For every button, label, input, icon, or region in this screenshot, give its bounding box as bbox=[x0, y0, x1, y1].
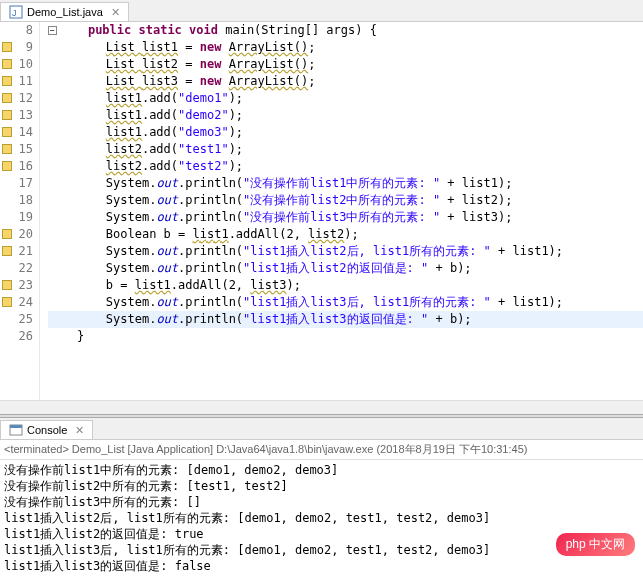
editor-scrollbar[interactable] bbox=[0, 400, 643, 414]
warning-marker-icon bbox=[2, 110, 12, 120]
warning-marker-icon bbox=[2, 59, 12, 69]
warning-marker-icon bbox=[2, 76, 12, 86]
console-line: list1插入list2后, list1所有的元素: [demo1, demo2… bbox=[4, 510, 639, 526]
warning-marker-icon bbox=[2, 144, 12, 154]
line-number: 14 bbox=[0, 124, 33, 141]
close-icon[interactable]: ✕ bbox=[111, 6, 120, 19]
line-number: 11 bbox=[0, 73, 33, 90]
warning-marker-icon bbox=[2, 246, 12, 256]
line-number: 12 bbox=[0, 90, 33, 107]
line-number: 17 bbox=[0, 175, 33, 192]
code-line[interactable]: System.out.println("list1插入list2的返回值是: "… bbox=[48, 260, 643, 277]
warning-marker-icon bbox=[2, 93, 12, 103]
code-line[interactable]: List list1 = new ArrayList(); bbox=[48, 39, 643, 56]
line-number: 18 bbox=[0, 192, 33, 209]
fold-icon[interactable]: − bbox=[48, 26, 57, 35]
console-tab-bar: Console ✕ bbox=[0, 418, 643, 440]
svg-rect-3 bbox=[10, 425, 22, 428]
line-number: 15 bbox=[0, 141, 33, 158]
code-line[interactable]: List list3 = new ArrayList(); bbox=[48, 73, 643, 90]
code-line[interactable]: − public static void main(String[] args)… bbox=[48, 22, 643, 39]
close-icon[interactable]: ✕ bbox=[75, 424, 84, 437]
code-line[interactable]: List list2 = new ArrayList(); bbox=[48, 56, 643, 73]
line-number: 13 bbox=[0, 107, 33, 124]
line-number: 16 bbox=[0, 158, 33, 175]
console-line: 没有操作前list3中所有的元素: [] bbox=[4, 494, 639, 510]
svg-text:J: J bbox=[12, 8, 17, 18]
code-line[interactable]: list1.add("demo2"); bbox=[48, 107, 643, 124]
console-line: list1插入list3后, list1所有的元素: [demo1, demo2… bbox=[4, 542, 639, 558]
line-number: 25 bbox=[0, 311, 33, 328]
console-line: 没有操作前list1中所有的元素: [demo1, demo2, demo3] bbox=[4, 462, 639, 478]
code-line[interactable]: list2.add("test1"); bbox=[48, 141, 643, 158]
line-number: 23 bbox=[0, 277, 33, 294]
code-line[interactable]: System.out.println("list1插入list2后, list1… bbox=[48, 243, 643, 260]
java-file-icon: J bbox=[9, 5, 23, 19]
code-line[interactable]: System.out.println("没有操作前list3中所有的元素: " … bbox=[48, 209, 643, 226]
warning-marker-icon bbox=[2, 42, 12, 52]
code-line[interactable]: } bbox=[48, 328, 643, 345]
code-area[interactable]: − public static void main(String[] args)… bbox=[40, 22, 643, 400]
editor-tab-bar: J Demo_List.java ✕ bbox=[0, 0, 643, 22]
watermark-badge: php 中文网 bbox=[556, 533, 635, 556]
console-tab-label: Console bbox=[27, 424, 67, 436]
line-number: 19 bbox=[0, 209, 33, 226]
code-line[interactable]: Boolean b = list1.addAll(2, list2); bbox=[48, 226, 643, 243]
terminated-info: <terminated> Demo_List [Java Application… bbox=[0, 440, 643, 460]
line-number: 9 bbox=[0, 39, 33, 56]
code-line[interactable]: System.out.println("没有操作前list2中所有的元素: " … bbox=[48, 192, 643, 209]
code-line[interactable]: System.out.println("list1插入list3后, list1… bbox=[48, 294, 643, 311]
warning-marker-icon bbox=[2, 280, 12, 290]
console-line: list1插入list3的返回值是: false bbox=[4, 558, 639, 574]
line-number: 22 bbox=[0, 260, 33, 277]
tab-filename: Demo_List.java bbox=[27, 6, 103, 18]
console-panel: Console ✕ <terminated> Demo_List [Java A… bbox=[0, 418, 643, 586]
console-output[interactable]: 没有操作前list1中所有的元素: [demo1, demo2, demo3]没… bbox=[0, 460, 643, 586]
line-number: 10 bbox=[0, 56, 33, 73]
warning-marker-icon bbox=[2, 127, 12, 137]
code-editor[interactable]: 891011121314151617181920212223242526 − p… bbox=[0, 22, 643, 400]
line-number: 24 bbox=[0, 294, 33, 311]
code-line[interactable]: list1.add("demo1"); bbox=[48, 90, 643, 107]
code-line[interactable]: b = list1.addAll(2, list3); bbox=[48, 277, 643, 294]
line-number: 26 bbox=[0, 328, 33, 345]
warning-marker-icon bbox=[2, 161, 12, 171]
line-number: 8 bbox=[0, 22, 33, 39]
line-gutter: 891011121314151617181920212223242526 bbox=[0, 22, 40, 400]
code-line[interactable]: System.out.println("没有操作前list1中所有的元素: " … bbox=[48, 175, 643, 192]
line-number: 21 bbox=[0, 243, 33, 260]
editor-tab[interactable]: J Demo_List.java ✕ bbox=[0, 2, 129, 21]
line-number: 20 bbox=[0, 226, 33, 243]
code-line[interactable]: System.out.println("list1插入list3的返回值是: "… bbox=[48, 311, 643, 328]
console-tab[interactable]: Console ✕ bbox=[0, 420, 93, 439]
code-line[interactable]: list2.add("test2"); bbox=[48, 158, 643, 175]
console-line: 没有操作前list2中所有的元素: [test1, test2] bbox=[4, 478, 639, 494]
console-line: list1插入list2的返回值是: true bbox=[4, 526, 639, 542]
warning-marker-icon bbox=[2, 229, 12, 239]
code-line[interactable]: list1.add("demo3"); bbox=[48, 124, 643, 141]
warning-marker-icon bbox=[2, 297, 12, 307]
console-icon bbox=[9, 423, 23, 437]
